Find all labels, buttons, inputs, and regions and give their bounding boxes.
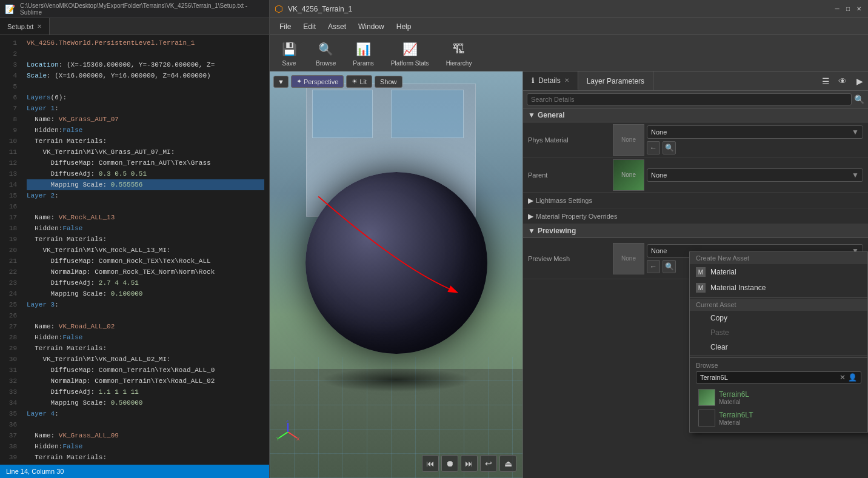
building-window-1 (312, 90, 373, 138)
phys-select-arrow: ▼ (852, 128, 859, 136)
material-overrides-section[interactable]: ▶ Material Property Overrides (523, 208, 868, 224)
preview-search-btn[interactable]: 🔍 (663, 260, 676, 273)
ue-menu-bar: File Edit Asset Window Help (270, 18, 868, 35)
code-line-10: Terrain Materials: (27, 136, 264, 147)
minimize-btn[interactable]: ─ (833, 5, 841, 13)
details-more-btn[interactable]: ▶ (851, 73, 868, 90)
dropdown-material-instance[interactable]: M Material Instance (690, 280, 867, 296)
phys-material-value: None None ▼ ← 🔍 (613, 124, 863, 156)
details-eye-btn[interactable]: 👁 (834, 73, 851, 90)
vp-ctrl-2[interactable]: ⏺ (441, 455, 458, 472)
preview-mesh-thumb: None (613, 243, 644, 274)
phys-back-btn[interactable]: ← (647, 141, 660, 154)
tab-details-close[interactable]: ✕ (564, 77, 569, 84)
preview-sphere-container (305, 172, 487, 354)
phys-material-select[interactable]: None ▼ (647, 125, 863, 139)
phys-material-row: Phys Material None None ▼ ← 🔍 (523, 122, 868, 158)
code-line-21: DiffuseMap: Common_Rock_TEX\Tex\Rock_ALL (27, 256, 264, 267)
previewing-section-header[interactable]: ▼ Previewing (523, 224, 868, 238)
tab-close-btn[interactable]: ✕ (37, 23, 42, 30)
perspective-btn[interactable]: ✦ Perspective (291, 75, 344, 88)
browse-search-input[interactable] (700, 374, 840, 381)
lit-btn[interactable]: ☀ Lit (346, 75, 372, 88)
parent-select[interactable]: None ▼ (647, 168, 863, 182)
axis-widget: X Y Z (276, 420, 300, 448)
code-line-31: DiffuseMap: Common_Terrain\Tex\Road_ALL_… (27, 365, 264, 376)
browse-result-1[interactable]: Terrain6L Material (696, 387, 861, 408)
viewport-controls: ⏮ ⏺ ⏭ ↩ ⏏ (422, 455, 516, 472)
dropdown-copy[interactable]: Copy (690, 311, 867, 325)
close-btn[interactable]: ✕ (855, 5, 863, 13)
toolbar-save[interactable]: 💾 Save (276, 37, 302, 69)
terrain6lt-type: Material (719, 419, 753, 426)
editor-titlebar: 📝 C:\Users\VenoMKO\Desktop\MyExportFolde… (0, 0, 269, 18)
dropdown-clear[interactable]: Clear (690, 340, 867, 354)
code-content[interactable]: VK_4256.TheWorld.PersistentLevel.Terrain… (22, 35, 269, 465)
code-line-34: Mapping Scale: 0.500000 (27, 397, 264, 408)
svg-text:X: X (296, 436, 300, 442)
toolbar-platform-stats[interactable]: 📈 Platform Stats (387, 37, 433, 69)
code-line-3: Location: (X=-15360.000000, Y=-30720.000… (27, 59, 264, 70)
editor-tab[interactable]: Setup.txt ✕ (0, 18, 50, 35)
details-search-input[interactable] (527, 93, 852, 105)
details-list-view[interactable]: ☰ (817, 73, 834, 90)
parent-row: Parent None None ▼ Create New Asset (523, 158, 868, 193)
code-line-39: Terrain Materials: (27, 452, 264, 463)
code-line-27: Name: VK_Road_ALL_02 (27, 321, 264, 332)
params-label: Params (353, 60, 373, 67)
general-collapse-icon: ▼ (528, 111, 535, 119)
viewport-toolbar: ▼ ✦ Perspective ☀ Lit Show (273, 75, 402, 88)
ue-window-title: VK_4256_Terrain_1 (288, 5, 352, 13)
browse-clear-icon[interactable]: ✕ (840, 373, 846, 382)
menu-edit[interactable]: Edit (298, 21, 321, 32)
toolbar-hierarchy[interactable]: 🏗 Hierarchy (442, 37, 476, 69)
viewport[interactable]: ▼ ✦ Perspective ☀ Lit Show (270, 71, 522, 478)
platform-stats-label: Platform Stats (391, 60, 429, 67)
vp-ctrl-1[interactable]: ⏮ (422, 455, 439, 472)
asset-dropdown-popup: Create New Asset M Material M Material I… (689, 251, 868, 433)
show-btn[interactable]: Show (375, 76, 402, 88)
svg-text:Y: Y (276, 436, 280, 442)
editor-panel: 📝 C:\Users\VenoMKO\Desktop\MyExportFolde… (0, 0, 270, 478)
vp-ctrl-5[interactable]: ⏏ (499, 455, 516, 472)
code-line-29: Terrain Materials: (27, 343, 264, 354)
menu-file[interactable]: File (275, 21, 296, 32)
dropdown-material[interactable]: M Material (690, 264, 867, 280)
save-label: Save (282, 60, 296, 67)
browse-label: Browse (316, 60, 336, 67)
preview-back-btn[interactable]: ← (647, 260, 660, 273)
svg-line-0 (288, 432, 297, 438)
toolbar-browse[interactable]: 🔍 Browse (312, 37, 339, 69)
browse-icon: 🔍 (316, 39, 336, 59)
scene-background: X Y Z (270, 71, 522, 478)
material-label: Material (710, 268, 736, 276)
details-tab-actions: ☰ 👁 ▶ (817, 71, 868, 90)
search-bar: 🔍 (523, 91, 868, 108)
browse-user-icon[interactable]: 👤 (848, 373, 857, 382)
lightmass-section[interactable]: ▶ Lightmass Settings (523, 193, 868, 208)
ue-content: ▼ ✦ Perspective ☀ Lit Show (270, 71, 868, 478)
vp-ctrl-4[interactable]: ↩ (480, 455, 497, 472)
layer-params-label: Layer Parameters (587, 77, 644, 85)
toolbar-params[interactable]: 📊 Params (349, 37, 377, 69)
show-label: Show (380, 78, 397, 85)
svg-text:Z: Z (286, 420, 289, 423)
code-line-32: NormalMap: Common_Terrain\Tex\Road_ALL_0… (27, 376, 264, 387)
phys-search-btn[interactable]: 🔍 (663, 141, 676, 154)
search-icon: 🔍 (854, 95, 864, 104)
viewport-dropdown[interactable]: ▼ (273, 76, 289, 88)
tab-details[interactable]: ℹ Details ✕ (523, 71, 578, 90)
menu-window[interactable]: Window (353, 21, 389, 32)
maximize-btn[interactable]: □ (844, 5, 852, 13)
code-line-17: Name: VK_Rock_ALL_13 (27, 212, 264, 223)
browse-result-2[interactable]: Terrain6LT Material (696, 408, 861, 428)
code-line-1: VK_4256.TheWorld.PersistentLevel.Terrain… (27, 38, 264, 48)
editor-path: C:\Users\VenoMKO\Desktop\MyExportFolder\… (20, 2, 264, 16)
vp-ctrl-3[interactable]: ⏭ (461, 455, 478, 472)
menu-help[interactable]: Help (392, 21, 416, 32)
general-section-header[interactable]: ▼ General (523, 108, 868, 122)
menu-asset[interactable]: Asset (323, 21, 351, 32)
code-line-38: Hidden:False (27, 441, 264, 452)
code-line-23: DiffuseAdj: 2.7 4 4.51 (27, 277, 264, 288)
tab-layer-params[interactable]: Layer Parameters (578, 71, 653, 90)
